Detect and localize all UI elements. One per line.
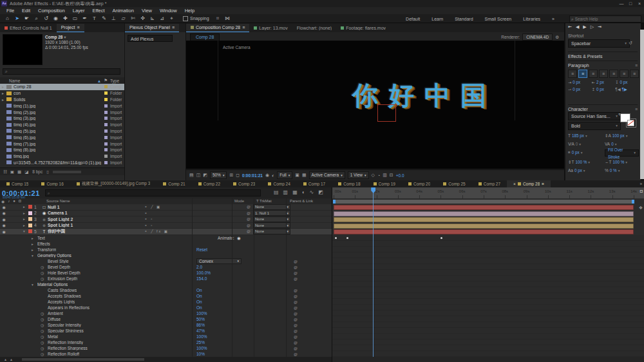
property-value[interactable]: 100% xyxy=(196,311,207,316)
property-name[interactable]: Geometry Options xyxy=(37,253,71,258)
layer-label-swatch[interactable] xyxy=(28,224,32,227)
property-row[interactable]: ◷Specular Intensity86%@ xyxy=(0,322,332,328)
visibility-eye-icon[interactable]: ◉ xyxy=(0,229,8,234)
property-row[interactable]: ▸TextAnimate:◉ xyxy=(0,235,332,241)
layer-row[interactable]: ◉▸2◉Camera 1⚬@1. Null 1▾ xyxy=(0,211,332,217)
parent-dropdown[interactable]: 1. Null 1▾ xyxy=(253,210,290,216)
property-value[interactable]: 25% xyxy=(196,340,205,345)
pixel-aspect-icon[interactable]: ◇ xyxy=(372,173,375,178)
comp-tab[interactable]: Comp 15 xyxy=(0,180,35,187)
source-name-column-header[interactable]: Source Name xyxy=(46,199,70,203)
tab-effect-controls[interactable]: Effect Controls Null 1 xyxy=(0,24,57,32)
camera-tool-icon[interactable]: ◉ xyxy=(51,14,61,23)
project-item[interactable]: ▸conFolder xyxy=(0,90,124,97)
label-color-swatch[interactable] xyxy=(104,104,108,108)
project-item[interactable]: timg (6).jpgImport xyxy=(0,134,124,140)
time-ruler[interactable]: ◘ :00s01s02s03s04s05s06s07s08s09s10s11s1… xyxy=(332,187,644,199)
property-row[interactable]: ▸Effects xyxy=(0,241,332,247)
layer-duration-bar[interactable] xyxy=(334,229,634,234)
property-row[interactable]: ◷Diffuse50%@ xyxy=(0,316,332,322)
show-snapshot-icon[interactable]: ◐ xyxy=(272,173,274,178)
horizontal-scale-field[interactable]: ⇔T100 %▾ xyxy=(605,159,639,165)
viewer-tab[interactable]: Composition Comp 28≡ xyxy=(186,24,249,32)
mask-visibility-icon[interactable]: ◻ xyxy=(236,173,240,178)
property-name[interactable]: Ambient xyxy=(48,311,63,316)
panel-menu-icon[interactable]: ≡ xyxy=(635,107,638,111)
layer-duration-bar[interactable] xyxy=(334,224,634,229)
property-name[interactable]: Text xyxy=(37,236,45,240)
close-button[interactable]: × xyxy=(635,0,644,7)
property-row[interactable]: ◷Reflection Rolloff10%@ xyxy=(0,351,332,357)
property-row[interactable]: ▾Geometry Options xyxy=(0,252,332,258)
layer-switches[interactable]: ⚬ ╱ ▣ xyxy=(144,205,205,209)
property-value[interactable]: 2.0 xyxy=(196,265,202,269)
pickwhip-icon[interactable]: @ xyxy=(294,260,298,263)
pickwhip-icon[interactable]: @ xyxy=(294,323,298,327)
layer-label-swatch[interactable] xyxy=(28,205,32,209)
twirl-icon[interactable]: ▸ xyxy=(32,248,33,252)
workspace-libraries[interactable]: Libraries xyxy=(517,17,546,21)
comp-tab[interactable]: Comp 24 xyxy=(261,180,296,187)
workspace-learn[interactable]: Learn xyxy=(426,17,449,21)
property-value[interactable]: 100.0% xyxy=(196,271,211,275)
workspace-overflow-icon[interactable]: » xyxy=(546,17,560,21)
property-name[interactable]: Transform xyxy=(37,247,56,252)
pan-behind-tool-icon[interactable]: ✚ xyxy=(61,14,70,23)
label-color-swatch[interactable] xyxy=(104,98,108,101)
selected-comp-name[interactable]: Comp 28 xyxy=(45,35,62,39)
layer-label-swatch[interactable] xyxy=(28,211,32,215)
pickwhip-icon[interactable]: @ xyxy=(294,341,298,345)
layer-row[interactable]: ◉▸1□Null 1⚬ ╱ ▣@None▾ xyxy=(0,204,332,211)
pickwhip-icon[interactable]: @ xyxy=(294,335,298,339)
workspace-default[interactable]: Default xyxy=(400,17,426,21)
property-name[interactable]: Effects xyxy=(37,242,50,246)
project-item[interactable]: timg (2).jpgImport xyxy=(0,109,124,115)
layer-row[interactable]: ◉▾5T你好中国⚬ ╱ fx ▣@None▾ xyxy=(0,229,332,235)
label-color-swatch[interactable] xyxy=(104,129,108,133)
pickwhip-icon[interactable]: @ xyxy=(294,347,298,350)
label-color-swatch[interactable] xyxy=(104,155,108,158)
vertical-scrollbar[interactable] xyxy=(640,30,644,179)
hand-tool-icon[interactable]: ☛ xyxy=(22,14,32,23)
eye-column-icon[interactable]: ◉ xyxy=(1,199,5,204)
zoom-tool-icon[interactable]: ⌕ xyxy=(32,14,41,23)
menu-help[interactable]: Help xyxy=(181,8,198,14)
stopwatch-icon[interactable]: ◷ xyxy=(41,346,44,350)
exposure-value[interactable]: +0.0 xyxy=(396,173,404,178)
property-name[interactable]: Metal xyxy=(48,334,58,339)
project-item[interactable]: u=31545...4.752782082&fm=11&gp=0 (1).jpg… xyxy=(0,160,124,166)
trash-icon[interactable]: ▯ xyxy=(46,169,49,175)
project-item[interactable]: timg (1).jpgImport xyxy=(0,102,124,109)
previous-frame-button[interactable]: ◀ xyxy=(576,24,579,30)
stopwatch-icon[interactable]: ◷ xyxy=(41,334,44,339)
menu-animation[interactable]: Animation xyxy=(109,8,138,14)
comp-marker-icon[interactable]: ◘ xyxy=(640,189,643,193)
project-item[interactable]: ▸SolidsFolder xyxy=(0,97,124,103)
view-axis-mode-icon[interactable]: ⌖ xyxy=(167,14,176,23)
property-name[interactable]: Material Options xyxy=(37,282,68,287)
stroke-width-field[interactable]: ≡0 px▾ xyxy=(568,149,602,155)
trkmat-column-header[interactable]: T TrkMat xyxy=(256,199,272,203)
layer-name[interactable]: Camera 1 xyxy=(48,211,144,215)
pickwhip-icon[interactable]: @ xyxy=(294,300,298,304)
work-area-bar[interactable] xyxy=(334,200,634,204)
shape-tool-icon[interactable]: ▭ xyxy=(70,14,80,23)
property-row[interactable]: ◷Extrusion Depth154.0@ xyxy=(0,276,332,281)
parent-dropdown[interactable]: None▾ xyxy=(253,216,290,222)
mode-column-header[interactable]: Mode xyxy=(234,199,244,203)
world-axis-mode-icon[interactable]: ⊿ xyxy=(157,14,167,23)
add-plexus-button[interactable]: Add Plexus xyxy=(128,35,173,42)
new-folder-icon[interactable]: ▣ xyxy=(10,169,14,175)
property-value[interactable]: Reset xyxy=(196,247,207,252)
kerning-field[interactable]: V⁄A0▾ xyxy=(568,141,602,147)
layer-switches[interactable]: ⚬ ▫ xyxy=(144,217,205,221)
timeline-button-icon[interactable]: ▥ xyxy=(383,173,387,178)
next-frame-button[interactable]: ▷ xyxy=(591,24,594,30)
justify-all-button[interactable]: ≡ xyxy=(630,70,639,78)
close-icon[interactable]: × xyxy=(513,182,516,186)
chevron-down-icon[interactable]: ▾ xyxy=(64,35,66,39)
color-depth-icon[interactable]: ◪ xyxy=(24,169,28,175)
menu-effect[interactable]: Effect xyxy=(88,8,108,14)
effects-presets-panel-header[interactable]: Effects & Presets xyxy=(568,52,638,59)
project-item[interactable]: timg (3).jpgImport xyxy=(0,115,124,122)
